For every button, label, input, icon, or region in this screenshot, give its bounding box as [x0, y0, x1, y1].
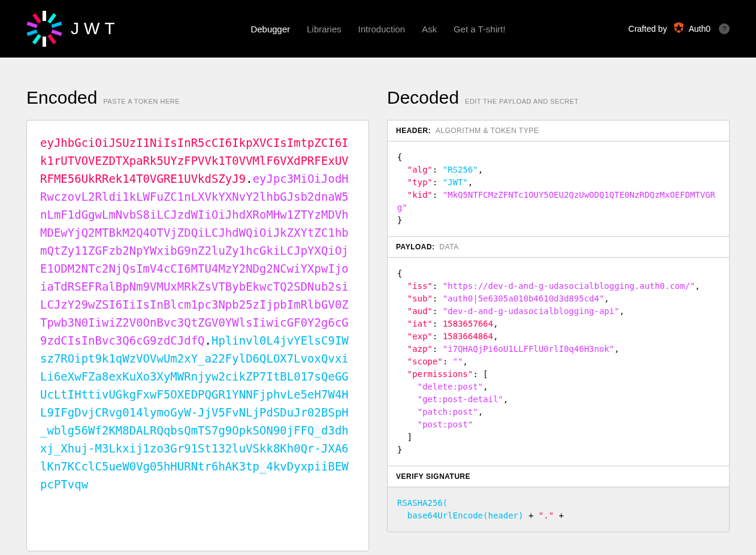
nav-libraries[interactable]: Libraries	[307, 24, 341, 34]
header-json-body[interactable]: { "alg": "RS256", "typ": "JWT", "kid": "…	[388, 141, 729, 236]
header-sublabel: ALGORITHM & TOKEN TYPE	[436, 126, 539, 135]
nav-introduction[interactable]: Introduction	[358, 24, 405, 34]
encoded-column: Encoded PASTE A TOKEN HERE eyJhbGciOiJSU…	[26, 88, 369, 551]
crafted-by-label: Crafted by	[628, 24, 667, 34]
payload-json-body[interactable]: { "iss": "https://dev-d-and-g-udasocialb…	[388, 258, 729, 466]
svg-rect-3	[32, 34, 41, 44]
svg-rect-9	[32, 13, 41, 23]
svg-rect-5	[27, 29, 38, 36]
auth0-label: Auth0	[688, 24, 710, 34]
main-nav: Debugger Libraries Introduction Ask Get …	[250, 24, 505, 34]
svg-rect-1	[43, 37, 46, 47]
svg-rect-7	[27, 22, 38, 28]
decoded-title: Decoded EDIT THE PAYLOAD AND SECRET	[387, 88, 730, 108]
auth0-link[interactable]: Auth0	[673, 22, 710, 35]
payload-label: PAYLOAD:	[396, 243, 435, 251]
svg-rect-0	[43, 11, 46, 21]
encoded-token-input[interactable]: eyJhbGciOiJSUzI1NiIsInR5cCI6IkpXVCIsImtp…	[26, 120, 369, 551]
payload-sublabel: DATA	[440, 243, 459, 251]
svg-rect-2	[47, 13, 56, 23]
token-payload-part: eyJpc3MiOiJodHRwczovL2Rldi1kLWFuZC1nLXVk…	[40, 172, 349, 347]
nav-tshirt[interactable]: Get a T-shirt!	[453, 24, 505, 34]
verify-signature-panel: VERIFY SIGNATURE RSASHA256( base64UrlEnc…	[387, 466, 730, 532]
svg-rect-4	[51, 22, 62, 28]
nav-ask[interactable]: Ask	[422, 24, 437, 34]
signature-body[interactable]: RSASHA256( base64UrlEncode(header) + "."…	[388, 487, 729, 532]
decoded-subtitle: EDIT THE PAYLOAD AND SECRET	[465, 98, 579, 105]
verify-panel-header: VERIFY SIGNATURE	[388, 466, 729, 487]
logo[interactable]: JWT	[26, 11, 120, 47]
decoded-column: Decoded EDIT THE PAYLOAD AND SECRET HEAD…	[387, 88, 730, 551]
nav-debugger[interactable]: Debugger	[250, 24, 290, 34]
header-label: HEADER:	[396, 126, 431, 135]
verify-label: VERIFY SIGNATURE	[396, 472, 470, 481]
encoded-subtitle: PASTE A TOKEN HERE	[103, 98, 180, 105]
header-panel: HEADER: ALGORITHM & TOKEN TYPE { "alg": …	[387, 120, 730, 237]
payload-panel-header: PAYLOAD: DATA	[388, 237, 729, 258]
help-icon[interactable]: ?	[719, 23, 730, 34]
encoded-title: Encoded PASTE A TOKEN HERE	[26, 88, 369, 108]
top-nav-bar: JWT Debugger Libraries Introduction Ask …	[0, 0, 756, 58]
jwt-logo-text: JWT	[71, 19, 120, 38]
jwt-burst-icon	[26, 11, 62, 47]
encoded-title-text: Encoded	[26, 88, 97, 108]
svg-rect-8	[47, 34, 56, 44]
header-panel-header: HEADER: ALGORITHM & TOKEN TYPE	[388, 120, 729, 141]
decoded-title-text: Decoded	[387, 88, 459, 108]
token-signature-part: Hplinvl0L4jvYElsC9IWsz7ROipt9k1qWzVOVwUm…	[40, 334, 349, 491]
svg-rect-6	[51, 29, 62, 36]
auth0-shield-icon	[673, 22, 685, 35]
crafted-by: Crafted by Auth0 ?	[628, 22, 730, 35]
payload-panel: PAYLOAD: DATA { "iss": "https://dev-d-an…	[387, 236, 730, 466]
